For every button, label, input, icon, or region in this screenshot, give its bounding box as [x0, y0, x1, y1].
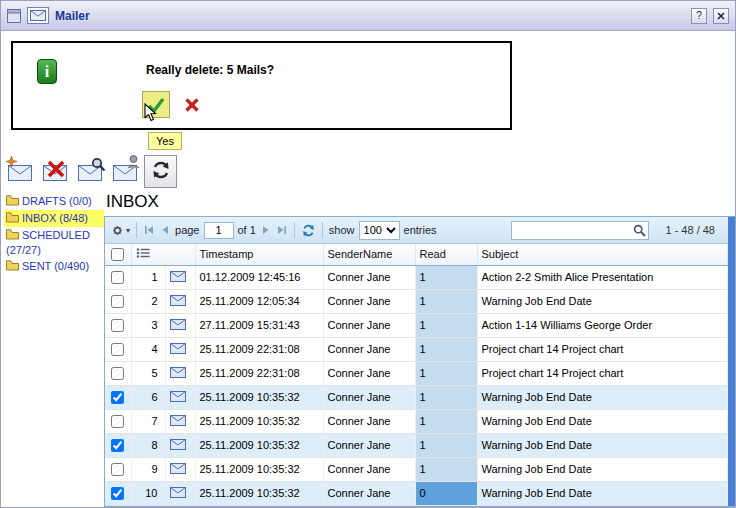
table-row[interactable]: 9 25.11.2009 10:35:32 Conner Jane 1 Warn… — [105, 457, 728, 481]
cancel-no-button[interactable] — [179, 92, 205, 118]
mail-icon — [170, 368, 186, 380]
sidebar-item-label: SENT (0/490) — [22, 260, 89, 272]
app-icon — [7, 9, 21, 23]
search-input[interactable] — [512, 223, 630, 238]
grid-settings-button[interactable]: ▾ — [110, 221, 130, 239]
page-input[interactable] — [204, 222, 234, 239]
cell-read: 1 — [415, 385, 477, 409]
table-row[interactable]: 10 25.11.2009 10:35:32 Conner Jane 0 War… — [105, 481, 728, 505]
cell-sendername: Conner Jane — [323, 361, 415, 385]
grid-pager: ▾ page of 1 — [105, 217, 735, 244]
cell-sendername: Conner Jane — [323, 409, 415, 433]
close-button[interactable] — [713, 8, 729, 24]
mouse-cursor — [144, 103, 158, 127]
mail-icon — [170, 392, 186, 404]
select-all-header — [105, 244, 131, 265]
folder-icon — [6, 260, 19, 274]
row-checkbox[interactable] — [111, 271, 124, 284]
row-checkbox[interactable] — [111, 319, 124, 332]
cell-subject: Warning Job End Date — [477, 457, 728, 481]
cell-sendername: Conner Jane — [323, 481, 415, 505]
mailer-window: Mailer ? i Really delete: 5 Mails? Yes — [1, 1, 735, 507]
delete-mail-button[interactable] — [39, 155, 72, 188]
row-checkbox[interactable] — [111, 295, 124, 308]
column-header-read[interactable]: Read — [415, 244, 477, 265]
cell-sendername: Conner Jane — [323, 433, 415, 457]
cell-timestamp: 25.11.2009 12:05:34 — [195, 289, 323, 313]
cell-subject: Warning Job End Date — [477, 289, 728, 313]
sidebar-item-inbox[interactable]: INBOX (8/48) — [4, 210, 104, 227]
search-button[interactable] — [630, 222, 648, 239]
cell-timestamp: 27.11.2009 15:31:43 — [195, 313, 323, 337]
row-number: 5 — [131, 361, 165, 385]
select-all-checkbox[interactable] — [111, 248, 124, 261]
mail-table-wrap: Timestamp SenderName Read Subject 1 01.1… — [105, 244, 728, 506]
table-row[interactable]: 3 27.11.2009 15:31:43 Conner Jane 1 Acti… — [105, 313, 728, 337]
contact-mail-button[interactable] — [109, 155, 142, 188]
row-checkbox[interactable] — [111, 439, 124, 452]
entries-label: entries — [404, 224, 437, 236]
cell-sendername: Conner Jane — [323, 313, 415, 337]
mail-icon — [170, 488, 186, 500]
help-button[interactable]: ? — [691, 8, 707, 24]
gear-icon — [110, 223, 125, 238]
chevron-down-icon: ▾ — [126, 226, 130, 235]
table-row[interactable]: 7 25.11.2009 10:35:32 Conner Jane 1 Warn… — [105, 409, 728, 433]
table-row[interactable]: 5 25.11.2009 22:31:08 Conner Jane 1 Proj… — [105, 361, 728, 385]
column-header-sendername[interactable]: SenderName — [323, 244, 415, 265]
last-page-button[interactable] — [276, 221, 288, 239]
search-mail-button[interactable] — [74, 155, 107, 188]
prev-page-button[interactable] — [159, 221, 171, 239]
cell-timestamp: 25.11.2009 10:35:32 — [195, 385, 323, 409]
cell-subject: Warning Job End Date — [477, 409, 728, 433]
sidebar-item-scheduled[interactable]: SCHEDULED (27/27) — [4, 227, 104, 258]
cell-subject: Action 1-14 Williams George Order — [477, 313, 728, 337]
sidebar-item-sent[interactable]: SENT (0/490) — [4, 258, 104, 275]
row-number: 9 — [131, 457, 165, 481]
first-page-button[interactable] — [143, 221, 155, 239]
main-panel: INBOX ▾ page of — [104, 190, 735, 507]
row-checkbox[interactable] — [111, 415, 124, 428]
row-checkbox[interactable] — [111, 343, 124, 356]
search-icon — [633, 224, 646, 237]
mail-type-header[interactable] — [131, 244, 195, 265]
list-icon — [136, 247, 150, 259]
cell-timestamp: 25.11.2009 10:35:32 — [195, 433, 323, 457]
row-checkbox[interactable] — [111, 391, 124, 404]
mail-table-body: 1 01.12.2009 12:45:16 Conner Jane 1 Acti… — [105, 265, 728, 505]
cancel-x-icon — [183, 96, 201, 114]
row-number: 8 — [131, 433, 165, 457]
table-row[interactable]: 4 25.11.2009 22:31:08 Conner Jane 1 Proj… — [105, 337, 728, 361]
pager-separator — [322, 222, 323, 238]
cell-sendername: Conner Jane — [323, 337, 415, 361]
cell-sendername: Conner Jane — [323, 265, 415, 289]
reload-grid-button[interactable] — [301, 221, 316, 239]
info-icon: i — [37, 59, 57, 84]
cell-read: 1 — [415, 457, 477, 481]
row-checkbox[interactable] — [111, 367, 124, 380]
compose-mail-button[interactable] — [4, 155, 37, 188]
cell-timestamp: 25.11.2009 22:31:08 — [195, 337, 323, 361]
row-checkbox[interactable] — [111, 487, 124, 500]
table-row[interactable]: 1 01.12.2009 12:45:16 Conner Jane 1 Acti… — [105, 265, 728, 289]
compose-mail-icon — [8, 159, 34, 183]
row-checkbox[interactable] — [111, 463, 124, 476]
table-header-row: Timestamp SenderName Read Subject — [105, 244, 728, 265]
next-page-button[interactable] — [260, 221, 272, 239]
cell-read: 1 — [415, 265, 477, 289]
page-size-select[interactable]: 100 — [359, 221, 400, 240]
table-row[interactable]: 8 25.11.2009 10:35:32 Conner Jane 1 Warn… — [105, 433, 728, 457]
column-header-timestamp[interactable]: Timestamp — [195, 244, 323, 265]
mail-icon — [170, 272, 186, 284]
column-header-subject[interactable]: Subject — [477, 244, 728, 265]
table-row[interactable]: 2 25.11.2009 12:05:34 Conner Jane 1 Warn… — [105, 289, 728, 313]
row-number: 7 — [131, 409, 165, 433]
title-bar: Mailer ? — [1, 1, 735, 31]
cell-read: 0 — [415, 481, 477, 505]
table-row[interactable]: 6 25.11.2009 10:35:32 Conner Jane 1 Warn… — [105, 385, 728, 409]
refresh-mail-button[interactable] — [144, 155, 177, 188]
sidebar-item-drafts[interactable]: DRAFTS (0/0) — [4, 193, 104, 210]
range-label: 1 - 48 / 48 — [665, 224, 715, 236]
vertical-scrollbar[interactable] — [728, 217, 735, 506]
cell-read: 1 — [415, 313, 477, 337]
